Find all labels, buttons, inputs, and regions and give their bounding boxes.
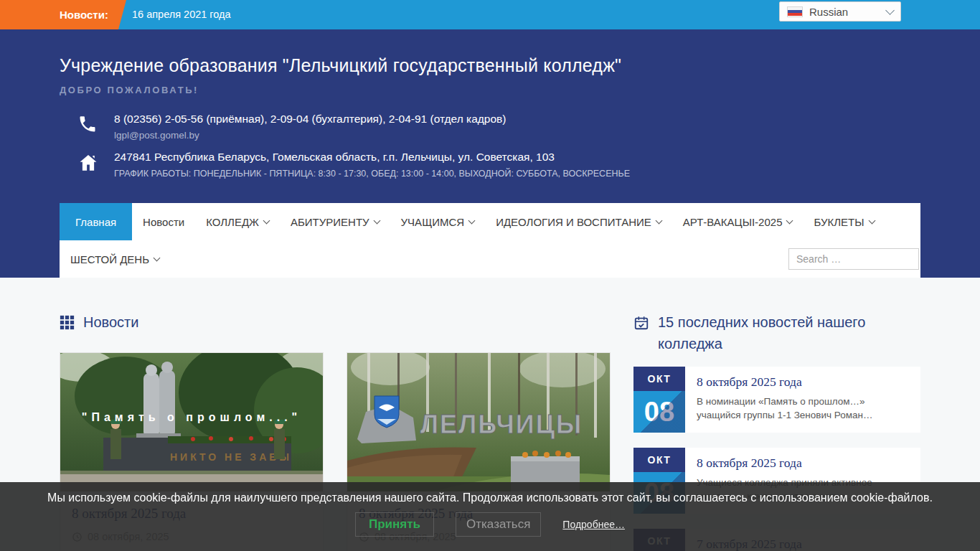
cookie-accept-button[interactable]: Принять — [355, 512, 434, 537]
news-section-title: Новости — [83, 311, 138, 333]
date-badge: ОКТ 08 — [633, 367, 685, 433]
main-navigation: Главная Новости КОЛЛЕДЖ АБИТУРИЕНТУ УЧАЩ… — [60, 203, 920, 278]
cookie-decline-button[interactable]: Отказаться — [456, 512, 541, 537]
chevron-down-icon — [154, 254, 161, 261]
top-bar: Новости: 16 апреля 2021 года Russian — [0, 0, 980, 29]
phone-contact-row: 8 (02356) 2-05-56 (приёмная), 2-09-04 (б… — [60, 112, 920, 141]
cookie-message: Мы используем cookie-файлы для наилучшег… — [0, 491, 980, 504]
sign-text: ЛЕЛЬЧИЦЫ — [420, 410, 583, 439]
postal-address: 247841 Республика Беларусь, Гомельская о… — [114, 150, 630, 164]
news-ticker-link[interactable]: 16 апреля 2021 года — [132, 0, 231, 29]
nav-item-news[interactable]: Новости — [132, 203, 195, 240]
grid-icon — [60, 315, 75, 330]
site-title: Учреждение образования "Лельчицкий госуд… — [60, 55, 920, 76]
sidebar-news-link[interactable]: 8 октября 2025 года — [697, 456, 909, 471]
chevron-down-icon — [373, 217, 380, 224]
nav-item-college[interactable]: КОЛЛЕДЖ — [195, 203, 280, 240]
lelchitsy-photo: ЛЕЛЬЧИЦЫ — [347, 353, 610, 491]
language-selector[interactable]: Russian — [779, 1, 901, 22]
news-ribbon-label: Новости: — [60, 0, 108, 29]
phone-numbers: 8 (02356) 2-05-56 (приёмная), 2-09-04 (б… — [114, 112, 506, 126]
nav-item-sixth-day[interactable]: ШЕСТОЙ ДЕНЬ — [60, 240, 170, 278]
search-input[interactable] — [788, 248, 919, 270]
nav-item-home[interactable]: Главная — [60, 203, 132, 240]
site-header: Учреждение образования "Лельчицкий госуд… — [0, 29, 980, 278]
site-tagline: ДОБРО ПОЖАЛОВАТЬ! — [60, 85, 920, 95]
cookie-banner: Мы используем cookie-файлы для наилучшег… — [0, 482, 980, 551]
home-icon — [77, 150, 100, 178]
phone-icon — [77, 112, 100, 141]
work-schedule: ГРАФИК РАБОТЫ: ПОНЕДЕЛЬНИК - ПЯТНИЦА: 8:… — [114, 169, 630, 179]
sidebar-news-excerpt: В номинации «Память о прошлом…» учащийся… — [697, 395, 909, 423]
sidebar-news-link[interactable]: 8 октября 2025 года — [697, 375, 909, 390]
chevron-down-icon — [655, 217, 662, 224]
address-contact-row: 247841 Республика Беларусь, Гомельская о… — [60, 150, 920, 178]
memorial-photo: НИКТО НЕ ЗАБЫ "Память о прошлом..." — [60, 353, 323, 491]
chevron-down-icon — [885, 6, 895, 15]
news-ribbon: Новости: — [0, 0, 126, 29]
nav-item-ideology[interactable]: ИДЕОЛОГИЯ И ВОСПИТАНИЕ — [485, 203, 672, 240]
cookie-more-link[interactable]: Подробнее… — [562, 519, 625, 530]
nav-item-booklets[interactable]: БУКЛЕТЫ — [803, 203, 885, 240]
chevron-down-icon — [786, 217, 793, 224]
language-label: Russian — [809, 6, 848, 18]
chevron-down-icon — [468, 217, 476, 224]
nav-row-2: ШЕСТОЙ ДЕНЬ — [60, 240, 920, 278]
photo-overlay-text: "Память о прошлом..." — [82, 411, 301, 423]
chevron-down-icon — [868, 217, 875, 224]
nav-item-students[interactable]: УЧАЩИМСЯ — [390, 203, 486, 240]
chevron-down-icon — [263, 217, 270, 224]
sidebar-news-item: ОКТ 08 8 октября 2025 года В номинации «… — [633, 367, 920, 433]
sidebar-heading: 15 последних новостей нашего колледжа — [633, 311, 920, 354]
russian-flag-icon — [787, 6, 803, 17]
calendar-check-icon — [633, 315, 649, 331]
nav-row-1: Главная Новости КОЛЛЕДЖ АБИТУРИЕНТУ УЧАЩ… — [60, 203, 920, 240]
nav-item-art-vacations[interactable]: АРТ-ВАКАЦЫІ-2025 — [672, 203, 804, 240]
nav-item-applicant[interactable]: АБИТУРИЕНТУ — [280, 203, 390, 240]
email-address[interactable]: lgpl@post.gomel.by — [114, 130, 506, 141]
sidebar-title: 15 последних новостей нашего колледжа — [658, 311, 920, 354]
news-section-heading: Новости — [60, 311, 611, 333]
monument-inscription: НИКТО НЕ ЗАБЫ — [170, 451, 292, 463]
